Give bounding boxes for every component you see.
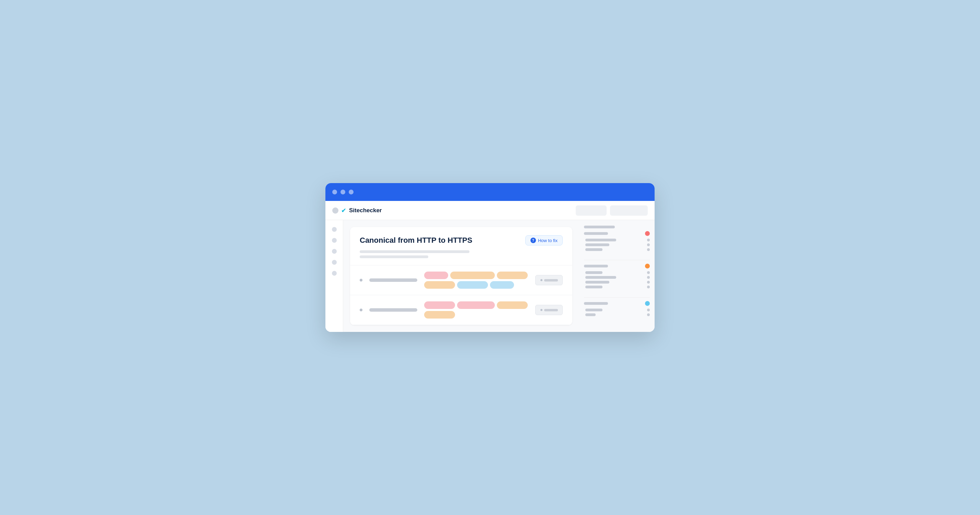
- logo-text: Sitechecker: [349, 207, 382, 214]
- right-mini-dot: [647, 276, 650, 279]
- right-sub-row: [585, 238, 650, 242]
- right-bar: [585, 286, 603, 288]
- right-bar: [585, 281, 609, 284]
- right-row: [584, 226, 650, 228]
- right-mini-dot: [647, 313, 650, 316]
- row-label: [369, 278, 417, 282]
- right-dot-blue: [645, 301, 650, 306]
- right-bar: [585, 238, 616, 242]
- right-section-1: [584, 226, 650, 251]
- how-to-fix-button[interactable]: ? How to fix: [525, 235, 563, 245]
- tag-blue-md: [457, 281, 488, 289]
- logo-area: ✔ Sitechecker: [332, 207, 572, 214]
- right-mini-dot: [647, 271, 650, 274]
- logo-check-icon: ✔: [341, 207, 346, 214]
- row-bullet: [360, 308, 363, 312]
- right-bar: [585, 308, 603, 312]
- right-row: [584, 231, 650, 236]
- right-sub-row: [585, 276, 650, 279]
- table-row: [350, 295, 572, 325]
- left-nav: [325, 220, 343, 332]
- nav-dot-1[interactable]: [332, 227, 337, 232]
- subtitle-bar-1: [360, 250, 469, 253]
- right-sub-rows: [585, 238, 650, 251]
- right-bar: [584, 265, 608, 267]
- content-area: Canonical from HTTP to HTTPS ? How to fi…: [343, 220, 579, 332]
- nav-dot-5[interactable]: [332, 271, 337, 276]
- top-bar-buttons: [576, 205, 648, 216]
- right-section-3: [584, 301, 650, 316]
- right-bar: [584, 226, 615, 228]
- nav-dot-4[interactable]: [332, 260, 337, 265]
- tag-peach-md-4: [424, 311, 455, 318]
- subtitle-bar-2: [360, 256, 428, 258]
- row-tags: [424, 272, 528, 289]
- action-btn-dot: [540, 279, 542, 281]
- card-header: Canonical from HTTP to HTTPS ? How to fi…: [350, 227, 572, 265]
- right-mini-dot: [647, 286, 650, 288]
- tag-peach-md-3: [497, 301, 528, 309]
- right-sub-rows: [585, 308, 650, 316]
- card-title: Canonical from HTTP to HTTPS: [360, 236, 472, 245]
- tag-peach-md-1: [497, 272, 528, 279]
- how-to-fix-label: How to fix: [538, 238, 558, 243]
- tag-pink-md-1: [424, 301, 455, 309]
- right-mini-dot: [647, 243, 650, 246]
- tag-blue-sm: [490, 281, 514, 289]
- how-to-fix-icon: ?: [530, 238, 536, 243]
- right-dot-red: [645, 231, 650, 236]
- tag-pink-lg: [457, 301, 495, 309]
- right-mini-dot: [647, 281, 650, 284]
- right-bar: [584, 302, 608, 305]
- action-btn-bar: [544, 309, 558, 312]
- right-bar: [585, 276, 616, 279]
- right-sub-row: [585, 243, 650, 246]
- table-area: [350, 265, 572, 325]
- action-btn-dot: [540, 309, 542, 311]
- tag-pink-sm: [424, 272, 448, 279]
- divider-1: [584, 260, 650, 260]
- right-mini-dot: [647, 238, 650, 242]
- top-button-1[interactable]: [576, 205, 606, 216]
- main-layout: Canonical from HTTP to HTTPS ? How to fi…: [343, 220, 655, 332]
- action-btn-bar: [544, 279, 558, 281]
- row-label: [369, 308, 417, 312]
- right-bar: [584, 232, 608, 235]
- top-button-2[interactable]: [610, 205, 648, 216]
- row-action-button[interactable]: [535, 275, 563, 285]
- right-row: [584, 264, 650, 269]
- traffic-light-1: [332, 190, 337, 194]
- right-bar: [585, 313, 596, 316]
- top-bar: ✔ Sitechecker: [325, 201, 655, 220]
- right-bar: [585, 271, 603, 274]
- table-row: [350, 265, 572, 295]
- browser-window: ✔ Sitechecker Canoni: [325, 183, 655, 332]
- row-action-button[interactable]: [535, 305, 563, 315]
- nav-dot-3[interactable]: [332, 249, 337, 254]
- tag-peach-xl: [450, 272, 495, 279]
- right-row: [584, 301, 650, 306]
- right-sub-rows: [585, 271, 650, 288]
- row-tags: [424, 301, 528, 318]
- traffic-light-2: [340, 190, 345, 194]
- right-bar: [585, 248, 603, 251]
- browser-titlebar: [325, 183, 655, 201]
- browser-body: Canonical from HTTP to HTTPS ? How to fi…: [325, 220, 655, 332]
- right-sub-row: [585, 281, 650, 284]
- card-subtitle: [360, 250, 563, 258]
- right-sidebar: [579, 220, 655, 332]
- right-section-2: [584, 264, 650, 288]
- right-bar: [585, 243, 609, 246]
- nav-dot-2[interactable]: [332, 238, 337, 243]
- right-sub-row: [585, 286, 650, 288]
- row-bullet: [360, 279, 363, 281]
- logo-circle: [332, 207, 339, 214]
- right-sub-row: [585, 248, 650, 251]
- main-card: Canonical from HTTP to HTTPS ? How to fi…: [350, 227, 572, 325]
- card-title-row: Canonical from HTTP to HTTPS ? How to fi…: [360, 235, 563, 245]
- right-mini-dot: [647, 308, 650, 312]
- right-sub-row: [585, 271, 650, 274]
- tag-peach-md-2: [424, 281, 455, 289]
- right-mini-dot: [647, 248, 650, 251]
- traffic-light-3: [349, 190, 353, 194]
